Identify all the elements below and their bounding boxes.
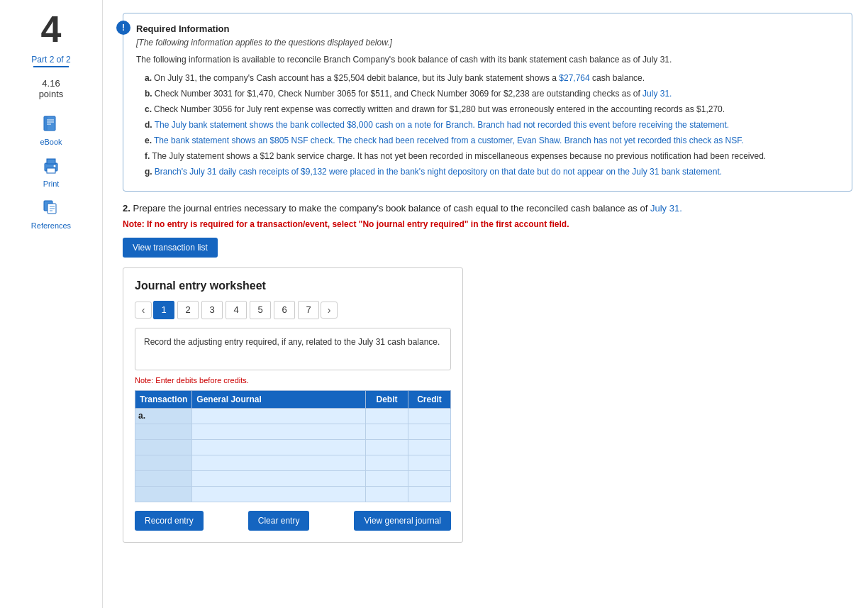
question-number: 4 bbox=[41, 11, 62, 48]
debit-input[interactable] bbox=[369, 458, 405, 468]
transaction-cell bbox=[135, 439, 192, 455]
page-2-button[interactable]: 2 bbox=[177, 301, 199, 319]
main-content: ! Required Information [The following in… bbox=[103, 0, 868, 608]
points-display: 4.16 points bbox=[39, 78, 64, 99]
question-number: 2. bbox=[123, 203, 130, 214]
page-7-button[interactable]: 7 bbox=[298, 301, 319, 319]
credit-input[interactable] bbox=[411, 426, 447, 436]
debit-cell[interactable] bbox=[366, 408, 408, 424]
instruction-text: Record the adjusting entry required, if … bbox=[144, 337, 440, 347]
references-icon bbox=[41, 198, 61, 220]
debit-cell[interactable] bbox=[366, 424, 408, 439]
credit-cell[interactable] bbox=[408, 470, 451, 486]
table-row bbox=[135, 455, 451, 470]
sidebar-tool-print[interactable]: Print bbox=[41, 156, 61, 188]
general-journal-cell[interactable] bbox=[192, 486, 366, 502]
credit-input[interactable] bbox=[411, 473, 447, 483]
sidebar: 4 Part 2 of 2 4.16 points eBook bbox=[0, 0, 103, 608]
view-general-journal-button[interactable]: View general journal bbox=[354, 511, 451, 531]
worksheet-container: Journal entry worksheet ‹ 1 2 3 4 5 6 7 … bbox=[123, 267, 463, 543]
general-journal-input[interactable] bbox=[195, 411, 362, 421]
list-item: g.Branch's July 31 daily cash receipts o… bbox=[145, 165, 839, 178]
debit-cell[interactable] bbox=[366, 470, 408, 486]
general-journal-input[interactable] bbox=[195, 426, 362, 436]
col-transaction: Transaction bbox=[135, 390, 192, 408]
page-6-button[interactable]: 6 bbox=[274, 301, 295, 319]
pagination: ‹ 1 2 3 4 5 6 7 › bbox=[135, 301, 451, 319]
info-list: a.On July 31, the company's Cash account… bbox=[145, 72, 839, 178]
instruction-box: Record the adjusting entry required, if … bbox=[135, 328, 451, 370]
record-entry-button[interactable]: Record entry bbox=[135, 511, 204, 531]
credit-cell[interactable] bbox=[408, 408, 451, 424]
svg-rect-1 bbox=[45, 116, 48, 131]
part-underline bbox=[33, 66, 69, 67]
info-box: ! Required Information [The following in… bbox=[123, 13, 852, 192]
general-journal-input[interactable] bbox=[195, 489, 362, 499]
credit-cell[interactable] bbox=[408, 455, 451, 470]
debit-cell[interactable] bbox=[366, 486, 408, 502]
clear-entry-button[interactable]: Clear entry bbox=[248, 511, 310, 531]
general-journal-input[interactable] bbox=[195, 442, 362, 452]
credit-cell[interactable] bbox=[408, 424, 451, 439]
worksheet-title: Journal entry worksheet bbox=[135, 280, 451, 292]
col-debit: Debit bbox=[366, 390, 408, 408]
page-3-button[interactable]: 3 bbox=[201, 301, 223, 319]
general-journal-cell[interactable] bbox=[192, 470, 366, 486]
general-journal-input[interactable] bbox=[195, 473, 362, 483]
debit-input[interactable] bbox=[369, 473, 405, 483]
page-5-button[interactable]: 5 bbox=[250, 301, 271, 319]
general-journal-input[interactable] bbox=[195, 458, 362, 468]
credit-cell[interactable] bbox=[408, 486, 451, 502]
table-row: a. bbox=[135, 408, 451, 424]
worksheet-buttons: Record entry Clear entry View general jo… bbox=[135, 511, 451, 531]
prev-page-button[interactable]: ‹ bbox=[135, 302, 152, 319]
table-row bbox=[135, 424, 451, 439]
part-label: Part 2 of 2 bbox=[31, 55, 70, 65]
sidebar-tool-ebook[interactable]: eBook bbox=[40, 112, 62, 146]
debit-input[interactable] bbox=[369, 426, 405, 436]
debit-input[interactable] bbox=[369, 411, 405, 421]
general-journal-cell[interactable] bbox=[192, 408, 366, 424]
info-icon: ! bbox=[116, 21, 130, 35]
table-row bbox=[135, 470, 451, 486]
page-4-button[interactable]: 4 bbox=[226, 301, 247, 319]
debit-input[interactable] bbox=[369, 489, 405, 499]
debit-cell[interactable] bbox=[366, 439, 408, 455]
transaction-cell bbox=[135, 486, 192, 502]
transaction-cell: a. bbox=[135, 408, 192, 424]
required-info-subtitle: [The following information applies to th… bbox=[136, 38, 839, 48]
print-label: Print bbox=[43, 179, 60, 188]
general-journal-cell[interactable] bbox=[192, 455, 366, 470]
list-item: e.The bank statement shows an $805 NSF c… bbox=[145, 134, 839, 147]
intro-text: The following information is available t… bbox=[136, 53, 839, 66]
ebook-label: eBook bbox=[40, 138, 62, 146]
col-credit: Credit bbox=[408, 390, 451, 408]
points-label: points bbox=[39, 89, 64, 99]
credit-input[interactable] bbox=[411, 458, 447, 468]
svg-rect-7 bbox=[47, 168, 55, 173]
next-page-button[interactable]: › bbox=[321, 302, 338, 319]
credit-input[interactable] bbox=[411, 442, 447, 452]
required-info-title: Required Information bbox=[136, 23, 839, 34]
credit-cell[interactable] bbox=[408, 439, 451, 455]
table-row bbox=[135, 439, 451, 455]
list-item: c.Check Number 3056 for July rent expens… bbox=[145, 103, 839, 116]
debit-input[interactable] bbox=[369, 442, 405, 452]
credit-input[interactable] bbox=[411, 411, 447, 421]
journal-table: Transaction General Journal Debit Credit… bbox=[135, 390, 451, 502]
sidebar-tool-references[interactable]: References bbox=[31, 198, 71, 230]
view-transaction-button[interactable]: View transaction list bbox=[123, 238, 218, 258]
general-journal-cell[interactable] bbox=[192, 424, 366, 439]
general-journal-cell[interactable] bbox=[192, 439, 366, 455]
list-item: a.On July 31, the company's Cash account… bbox=[145, 72, 839, 84]
table-row bbox=[135, 486, 451, 502]
list-item: b.Check Number 3031 for $1,470, Check Nu… bbox=[145, 87, 839, 100]
credit-input[interactable] bbox=[411, 489, 447, 499]
transaction-cell bbox=[135, 424, 192, 439]
question-text: 2. Prepare the journal entries necessary… bbox=[123, 201, 852, 216]
svg-rect-6 bbox=[47, 159, 55, 164]
transaction-cell bbox=[135, 470, 192, 486]
page-1-button[interactable]: 1 bbox=[153, 301, 174, 319]
debit-cell[interactable] bbox=[366, 455, 408, 470]
list-item: d.The July bank statement shows the bank… bbox=[145, 118, 839, 131]
